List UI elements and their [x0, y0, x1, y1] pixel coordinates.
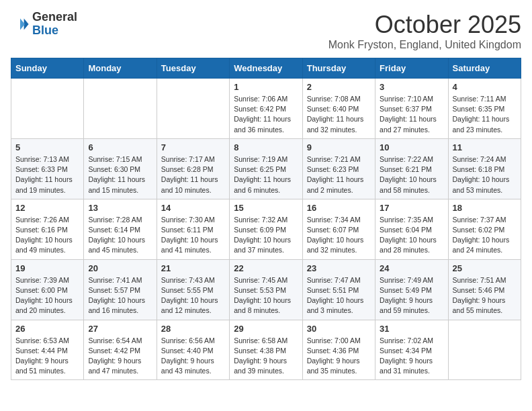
day-number: 12 — [15, 203, 79, 213]
day-number: 10 — [380, 142, 443, 152]
calendar-cell-w2-d5: 9Sunrise: 7:21 AM Sunset: 6:23 PM Daylig… — [302, 138, 375, 199]
calendar-cell-w5-d1: 26Sunrise: 6:53 AM Sunset: 4:44 PM Dayli… — [11, 320, 84, 380]
calendar-cell-w5-d2: 27Sunrise: 6:54 AM Sunset: 4:42 PM Dayli… — [84, 320, 157, 380]
calendar-cell-w4-d6: 24Sunrise: 7:49 AM Sunset: 5:49 PM Dayli… — [375, 259, 448, 320]
calendar-cell-w3-d3: 14Sunrise: 7:30 AM Sunset: 6:11 PM Dayli… — [157, 199, 229, 259]
day-number: 8 — [234, 142, 298, 152]
day-info: Sunrise: 7:35 AM Sunset: 6:04 PM Dayligh… — [380, 215, 443, 256]
calendar-cell-w5-d6: 31Sunrise: 7:02 AM Sunset: 4:34 PM Dayli… — [375, 320, 448, 380]
day-info: Sunrise: 7:41 AM Sunset: 5:57 PM Dayligh… — [88, 275, 152, 316]
day-info: Sunrise: 7:17 AM Sunset: 6:28 PM Dayligh… — [161, 154, 225, 195]
day-number: 4 — [453, 82, 517, 92]
calendar-cell-w1-d2 — [84, 79, 157, 139]
day-info: Sunrise: 7:26 AM Sunset: 6:16 PM Dayligh… — [15, 215, 79, 256]
day-number: 7 — [161, 142, 225, 152]
day-number: 9 — [307, 142, 371, 152]
day-number: 15 — [234, 203, 298, 213]
day-info: Sunrise: 7:37 AM Sunset: 6:02 PM Dayligh… — [453, 215, 517, 256]
day-number: 30 — [307, 324, 371, 334]
calendar-cell-w2-d1: 5Sunrise: 7:13 AM Sunset: 6:33 PM Daylig… — [11, 138, 84, 199]
logo-blue-text: Blue — [32, 24, 77, 38]
calendar-cell-w1-d7: 4Sunrise: 7:11 AM Sunset: 6:35 PM Daylig… — [448, 79, 521, 139]
day-info: Sunrise: 7:24 AM Sunset: 6:18 PM Dayligh… — [453, 154, 517, 195]
calendar-cell-w3-d1: 12Sunrise: 7:26 AM Sunset: 6:16 PM Dayli… — [11, 199, 84, 259]
day-number: 11 — [453, 142, 517, 152]
day-info: Sunrise: 7:21 AM Sunset: 6:23 PM Dayligh… — [307, 154, 371, 195]
calendar-cell-w4-d5: 23Sunrise: 7:47 AM Sunset: 5:51 PM Dayli… — [302, 259, 375, 320]
col-sunday: Sunday — [11, 58, 84, 79]
calendar-week-1: 1Sunrise: 7:06 AM Sunset: 6:42 PM Daylig… — [11, 79, 521, 139]
calendar-week-2: 5Sunrise: 7:13 AM Sunset: 6:33 PM Daylig… — [11, 138, 521, 199]
day-number: 20 — [88, 263, 152, 273]
day-info: Sunrise: 7:10 AM Sunset: 6:37 PM Dayligh… — [380, 94, 443, 135]
calendar-cell-w3-d4: 15Sunrise: 7:32 AM Sunset: 6:09 PM Dayli… — [230, 199, 302, 259]
day-info: Sunrise: 6:54 AM Sunset: 4:42 PM Dayligh… — [88, 336, 152, 377]
day-info: Sunrise: 6:58 AM Sunset: 4:38 PM Dayligh… — [234, 336, 298, 377]
calendar-cell-w4-d7: 25Sunrise: 7:51 AM Sunset: 5:46 PM Dayli… — [448, 259, 521, 320]
day-info: Sunrise: 6:53 AM Sunset: 4:44 PM Dayligh… — [15, 336, 79, 377]
day-info: Sunrise: 7:47 AM Sunset: 5:51 PM Dayligh… — [307, 275, 371, 316]
day-number: 21 — [161, 263, 225, 273]
day-number: 1 — [234, 82, 298, 92]
calendar-cell-w2-d2: 6Sunrise: 7:15 AM Sunset: 6:30 PM Daylig… — [84, 138, 157, 199]
calendar-cell-w4-d3: 21Sunrise: 7:43 AM Sunset: 5:55 PM Dayli… — [157, 259, 229, 320]
day-number: 3 — [380, 82, 443, 92]
col-tuesday: Tuesday — [157, 58, 229, 79]
day-number: 6 — [88, 142, 152, 152]
calendar-week-3: 12Sunrise: 7:26 AM Sunset: 6:16 PM Dayli… — [11, 199, 521, 259]
day-info: Sunrise: 7:30 AM Sunset: 6:11 PM Dayligh… — [161, 215, 225, 256]
day-number: 25 — [453, 263, 517, 273]
day-info: Sunrise: 7:22 AM Sunset: 6:21 PM Dayligh… — [380, 154, 443, 195]
calendar-cell-w1-d4: 1Sunrise: 7:06 AM Sunset: 6:42 PM Daylig… — [230, 79, 302, 139]
calendar-header-row: Sunday Monday Tuesday Wednesday Thursday… — [11, 58, 521, 79]
day-number: 27 — [88, 324, 152, 334]
calendar-cell-w5-d4: 29Sunrise: 6:58 AM Sunset: 4:38 PM Dayli… — [230, 320, 302, 380]
day-info: Sunrise: 7:43 AM Sunset: 5:55 PM Dayligh… — [161, 275, 225, 316]
logo-text: General Blue — [32, 11, 77, 38]
day-info: Sunrise: 7:13 AM Sunset: 6:33 PM Dayligh… — [15, 154, 79, 195]
day-number: 13 — [88, 203, 152, 213]
day-info: Sunrise: 7:06 AM Sunset: 6:42 PM Dayligh… — [234, 94, 298, 135]
calendar-cell-w3-d2: 13Sunrise: 7:28 AM Sunset: 6:14 PM Dayli… — [84, 199, 157, 259]
day-info: Sunrise: 6:56 AM Sunset: 4:40 PM Dayligh… — [161, 336, 225, 377]
day-info: Sunrise: 7:15 AM Sunset: 6:30 PM Dayligh… — [88, 154, 152, 195]
day-number: 16 — [307, 203, 371, 213]
day-info: Sunrise: 7:08 AM Sunset: 6:40 PM Dayligh… — [307, 94, 371, 135]
calendar-cell-w2-d4: 8Sunrise: 7:19 AM Sunset: 6:25 PM Daylig… — [230, 138, 302, 199]
col-saturday: Saturday — [448, 58, 521, 79]
day-info: Sunrise: 7:19 AM Sunset: 6:25 PM Dayligh… — [234, 154, 298, 195]
col-monday: Monday — [84, 58, 157, 79]
day-number: 23 — [307, 263, 371, 273]
col-friday: Friday — [375, 58, 448, 79]
day-number: 5 — [15, 142, 79, 152]
calendar-week-4: 19Sunrise: 7:39 AM Sunset: 6:00 PM Dayli… — [11, 259, 521, 320]
day-number: 28 — [161, 324, 225, 334]
calendar-cell-w2-d7: 11Sunrise: 7:24 AM Sunset: 6:18 PM Dayli… — [448, 138, 521, 199]
day-number: 24 — [380, 263, 443, 273]
calendar-cell-w2-d6: 10Sunrise: 7:22 AM Sunset: 6:21 PM Dayli… — [375, 138, 448, 199]
logo-general-text: General — [32, 11, 77, 24]
calendar-cell-w1-d6: 3Sunrise: 7:10 AM Sunset: 6:37 PM Daylig… — [375, 79, 448, 139]
day-number: 17 — [380, 203, 443, 213]
day-info: Sunrise: 7:51 AM Sunset: 5:46 PM Dayligh… — [453, 275, 517, 316]
day-number: 18 — [453, 203, 517, 213]
calendar-cell-w5-d5: 30Sunrise: 7:00 AM Sunset: 4:36 PM Dayli… — [302, 320, 375, 380]
day-number: 2 — [307, 82, 371, 92]
calendar-cell-w1-d1 — [11, 79, 84, 139]
day-number: 26 — [15, 324, 79, 334]
calendar-cell-w2-d3: 7Sunrise: 7:17 AM Sunset: 6:28 PM Daylig… — [157, 138, 229, 199]
calendar-cell-w1-d3 — [157, 79, 229, 139]
page-header: General Blue October 2025 Monk Fryston, … — [11, 11, 521, 51]
calendar-table: Sunday Monday Tuesday Wednesday Thursday… — [11, 58, 521, 380]
calendar-cell-w3-d5: 16Sunrise: 7:34 AM Sunset: 6:07 PM Dayli… — [302, 199, 375, 259]
day-info: Sunrise: 7:02 AM Sunset: 4:34 PM Dayligh… — [380, 336, 443, 377]
day-number: 31 — [380, 324, 443, 334]
calendar-cell-w5-d3: 28Sunrise: 6:56 AM Sunset: 4:40 PM Dayli… — [157, 320, 229, 380]
location: Monk Fryston, England, United Kingdom — [328, 39, 521, 51]
month-title: October 2025 — [328, 11, 521, 39]
calendar-cell-w4-d2: 20Sunrise: 7:41 AM Sunset: 5:57 PM Dayli… — [84, 259, 157, 320]
day-number: 19 — [15, 263, 79, 273]
day-info: Sunrise: 7:49 AM Sunset: 5:49 PM Dayligh… — [380, 275, 443, 316]
logo: General Blue — [11, 11, 77, 38]
day-info: Sunrise: 7:34 AM Sunset: 6:07 PM Dayligh… — [307, 215, 371, 256]
